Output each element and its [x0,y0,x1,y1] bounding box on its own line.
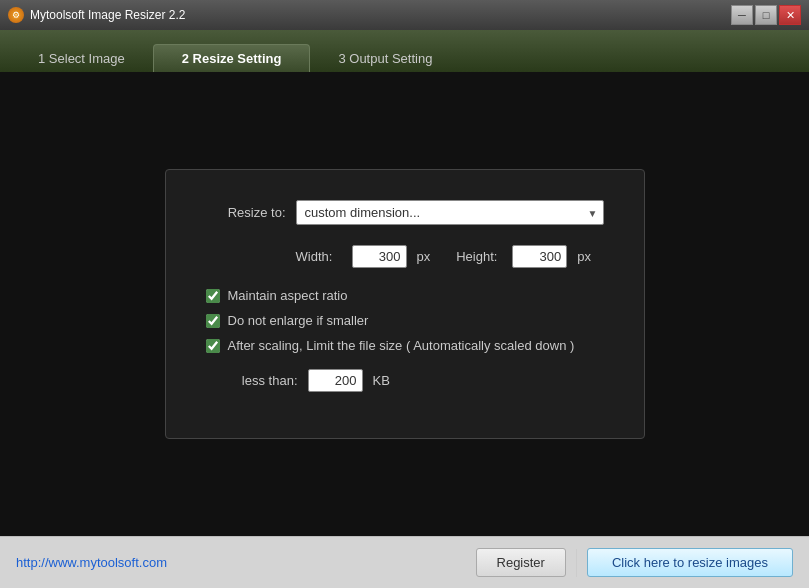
file-size-input[interactable] [308,369,363,392]
minimize-button[interactable]: ─ [731,5,753,25]
width-unit: px [417,249,431,264]
window-title: Mytoolsoft Image Resizer 2.2 [30,8,185,22]
height-unit: px [577,249,591,264]
no-enlarge-label: Do not enlarge if smaller [228,313,369,328]
height-label: Height: [456,249,502,264]
resize-to-dropdown-wrapper: custom dimension... 640 x 480 800 x 600 … [296,200,604,225]
footer: http://www.mytoolsoft.com Register Click… [0,536,809,588]
app-icon: ⚙ [8,7,24,23]
website-link[interactable]: http://www.mytoolsoft.com [16,555,167,570]
width-input[interactable] [352,245,407,268]
checkbox-row-enlarge: Do not enlarge if smaller [206,313,604,328]
limit-filesize-label: After scaling, Limit the file size ( Aut… [228,338,575,353]
footer-buttons: Register Click here to resize images [476,548,793,577]
maximize-button[interactable]: □ [755,5,777,25]
footer-divider [576,549,577,577]
limit-filesize-checkbox[interactable] [206,339,220,353]
tab-select-image[interactable]: 1 Select Image [10,45,153,72]
close-button[interactable]: ✕ [779,5,801,25]
file-size-row: less than: KB [206,369,604,392]
checkboxes-section: Maintain aspect ratio Do not enlarge if … [206,288,604,353]
title-bar: ⚙ Mytoolsoft Image Resizer 2.2 ─ □ ✕ [0,0,809,30]
dimensions-row: Width: px Height: px [206,245,604,268]
resize-to-select[interactable]: custom dimension... 640 x 480 800 x 600 … [296,200,604,225]
tab-output-setting[interactable]: 3 Output Setting [310,45,460,72]
no-enlarge-checkbox[interactable] [206,314,220,328]
title-bar-left: ⚙ Mytoolsoft Image Resizer 2.2 [8,7,185,23]
settings-panel: Resize to: custom dimension... 640 x 480… [165,169,645,439]
tab-nav: 1 Select Image 2 Resize Setting 3 Output… [0,30,809,72]
checkbox-row-filesize: After scaling, Limit the file size ( Aut… [206,338,604,353]
aspect-ratio-label: Maintain aspect ratio [228,288,348,303]
main-content: Resize to: custom dimension... 640 x 480… [0,72,809,536]
tab-resize-setting[interactable]: 2 Resize Setting [153,44,311,72]
register-button[interactable]: Register [476,548,566,577]
resize-button[interactable]: Click here to resize images [587,548,793,577]
resize-to-row: Resize to: custom dimension... 640 x 480… [206,200,604,225]
resize-to-label: Resize to: [206,205,286,220]
checkbox-row-aspect: Maintain aspect ratio [206,288,604,303]
aspect-ratio-checkbox[interactable] [206,289,220,303]
height-input[interactable] [512,245,567,268]
title-bar-buttons: ─ □ ✕ [731,5,801,25]
width-label: Width: [296,249,342,264]
less-than-label: less than: [228,373,298,388]
file-size-unit: KB [373,373,390,388]
